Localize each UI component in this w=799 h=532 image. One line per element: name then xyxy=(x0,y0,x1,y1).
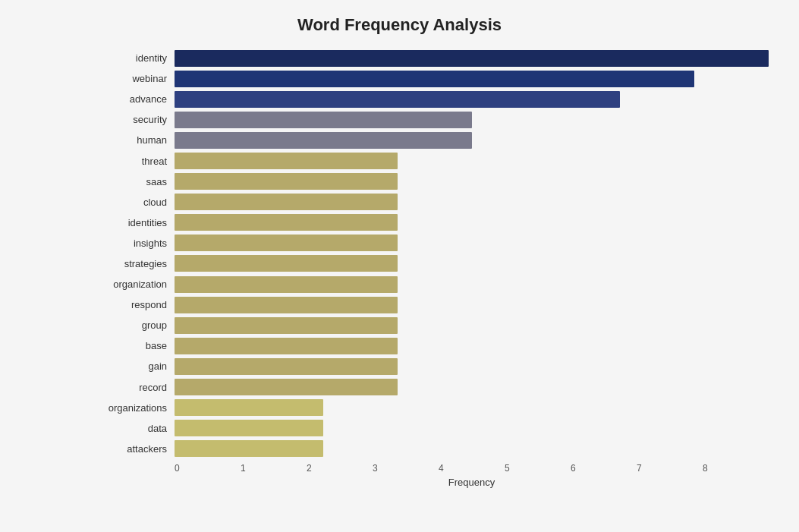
bar-fill xyxy=(175,420,323,436)
bar-label: respond xyxy=(91,299,175,310)
bar-row: organizations xyxy=(91,398,769,417)
bar-row: security xyxy=(91,110,769,129)
bar-fill xyxy=(175,338,398,354)
bar-fill xyxy=(175,50,769,67)
bar-track xyxy=(175,378,769,397)
bar-label: insights xyxy=(91,238,175,249)
bar-fill xyxy=(175,317,398,334)
bar-fill xyxy=(175,132,472,149)
bar-fill xyxy=(175,214,398,231)
bar-label: webinar xyxy=(91,73,175,84)
x-tick: 1 xyxy=(241,463,307,474)
bar-chart: identitywebinaradvancesecurityhumanthrea… xyxy=(91,49,769,458)
bar-label: threat xyxy=(91,156,175,167)
bar-track xyxy=(175,49,769,68)
bar-fill xyxy=(175,153,398,169)
bar-label: advance xyxy=(91,93,175,105)
bar-track xyxy=(175,398,769,417)
bar-fill xyxy=(175,276,398,293)
bar-label: organization xyxy=(91,279,175,290)
bar-track xyxy=(175,193,769,212)
bar-track xyxy=(175,316,769,335)
x-tick: 2 xyxy=(307,463,373,474)
x-axis-label: Frequency xyxy=(175,477,769,488)
bar-fill xyxy=(175,255,398,272)
bar-track xyxy=(175,419,769,438)
bar-track xyxy=(175,110,769,129)
bar-fill xyxy=(175,71,694,87)
bar-track xyxy=(175,336,769,355)
bar-label: record xyxy=(91,382,175,393)
bar-track xyxy=(175,90,769,109)
bar-row: record xyxy=(91,378,769,397)
x-tick: 4 xyxy=(439,463,505,474)
bar-row: strategies xyxy=(91,254,769,273)
bar-row: identity xyxy=(91,49,769,68)
x-tick: 5 xyxy=(505,463,571,474)
bar-row: advance xyxy=(91,90,769,109)
bar-row: attackers xyxy=(91,439,769,458)
bar-label: identities xyxy=(91,217,175,228)
bar-fill xyxy=(175,173,398,190)
bar-row: data xyxy=(91,419,769,438)
x-tick: 7 xyxy=(637,463,703,474)
bar-row: respond xyxy=(91,295,769,314)
bar-track xyxy=(175,254,769,273)
bar-label: security xyxy=(91,114,175,125)
bar-label: base xyxy=(91,340,175,351)
bar-label: cloud xyxy=(91,197,175,208)
bar-fill xyxy=(175,235,398,251)
bar-row: webinar xyxy=(91,69,769,88)
bar-label: saas xyxy=(91,176,175,187)
x-tick: 3 xyxy=(373,463,439,474)
bar-label: group xyxy=(91,320,175,331)
bar-row: organization xyxy=(91,275,769,294)
bar-label: organizations xyxy=(91,402,175,414)
bar-label: human xyxy=(91,134,175,146)
bar-track xyxy=(175,172,769,191)
bar-track xyxy=(175,275,769,294)
bar-track xyxy=(175,439,769,458)
bar-track xyxy=(175,295,769,314)
x-tick: 8 xyxy=(703,463,769,474)
bar-fill xyxy=(175,194,398,210)
bar-track xyxy=(175,69,769,88)
x-tick: 0 xyxy=(175,463,241,474)
bar-row: base xyxy=(91,336,769,355)
bar-row: gain xyxy=(91,357,769,376)
bar-track xyxy=(175,234,769,253)
bar-track xyxy=(175,131,769,150)
bar-label: strategies xyxy=(91,258,175,269)
bar-fill xyxy=(175,297,398,313)
bar-row: human xyxy=(91,131,769,150)
bar-label: identity xyxy=(91,52,175,64)
bar-fill xyxy=(175,440,323,457)
bar-track xyxy=(175,213,769,232)
bar-row: saas xyxy=(91,172,769,191)
bar-row: threat xyxy=(91,151,769,170)
bar-row: identities xyxy=(91,213,769,232)
bar-track xyxy=(175,151,769,170)
bar-label: gain xyxy=(91,360,175,372)
bar-fill xyxy=(175,379,398,395)
chart-title: Word Frequency Analysis xyxy=(30,15,769,35)
bar-row: cloud xyxy=(91,193,769,212)
bar-row: group xyxy=(91,316,769,335)
x-axis: 012345678 xyxy=(175,463,769,474)
bar-fill xyxy=(175,91,620,108)
bar-row: insights xyxy=(91,234,769,253)
bar-fill xyxy=(175,112,472,128)
bar-fill xyxy=(175,399,323,416)
chart-container: Word Frequency Analysis identitywebinara… xyxy=(0,0,799,532)
bar-label: attackers xyxy=(91,443,175,455)
x-tick: 6 xyxy=(571,463,637,474)
bar-fill xyxy=(175,358,398,375)
bar-track xyxy=(175,357,769,376)
bar-label: data xyxy=(91,423,175,434)
chart-area: identitywebinaradvancesecurityhumanthrea… xyxy=(91,49,769,496)
